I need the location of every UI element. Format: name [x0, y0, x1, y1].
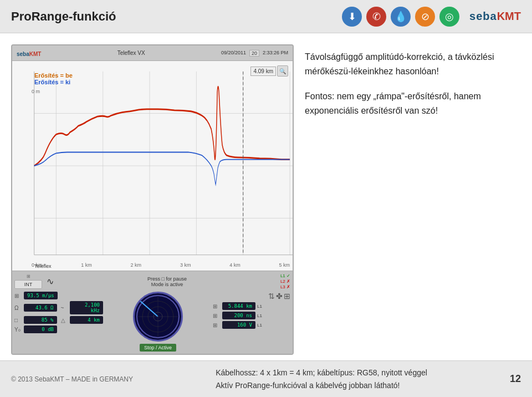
channel-label: INT	[14, 280, 42, 289]
device-time: 2:33:26 PM	[263, 50, 288, 57]
graph-labels: Erősítés = be Erősítés = ki	[34, 72, 73, 85]
x-label-5: 5 km	[279, 262, 290, 268]
left-values-panel: ⊞ 93.5 m/µs Ω 43.6 Ω ~ 2,100 kHz □ 85 % …	[14, 292, 103, 352]
right-v-value: 160 V	[222, 321, 255, 329]
device-date: 09/20/2011	[221, 50, 246, 57]
x-label-3: 3 km	[180, 262, 191, 268]
target-icon[interactable]: ◎	[439, 7, 459, 27]
right-values-panel: ⇅ ✤ ⊞ ⊞ 5.844 km L1 ⊞ 200 ns L1	[213, 292, 290, 352]
warning-icon[interactable]: ⊘	[415, 7, 435, 27]
phone-icon[interactable]: ✆	[366, 7, 386, 27]
right-l1-label-1: L1	[257, 304, 262, 309]
right-value-row-1: ⊞ 5.844 km L1	[213, 302, 290, 310]
l3-indicator: L3 ✗	[280, 284, 290, 289]
ohm-icon: Ω	[14, 305, 22, 311]
bottom-line2: Aktív ProRange-funkcióval a kábelvég job…	[216, 379, 427, 391]
wave-icon-section: ∿	[47, 276, 54, 287]
right-dist-value: 5.844 km	[222, 302, 255, 310]
l1-indicator: L1 ✓	[280, 273, 290, 278]
right-icon-dist: ⊞	[213, 303, 221, 309]
dist-icon: △	[61, 317, 69, 323]
radar-svg	[135, 293, 181, 340]
bottom-left: © 2013 SebaKMT – MADE in GERMANY	[11, 375, 133, 383]
device-controls: ⊞ INT ∿ Press □ for pause Mode is active…	[12, 271, 293, 354]
center-radar-panel: Stop / Active	[105, 292, 211, 352]
db-value: 0 dB	[24, 325, 57, 333]
x-axis: 0 km 1 km 2 km 3 km 4 km 5 km	[32, 262, 290, 268]
text-panel: Távolságfüggő amplitúdó-korrekció, a táv…	[305, 44, 521, 355]
value-row-db: Y₀ 0 dB	[14, 325, 103, 333]
logo-seba-text: seba	[469, 10, 497, 23]
graph-label-line1: Erősítés = be	[34, 72, 73, 79]
page-title: ProRange-funkció	[11, 9, 116, 24]
db-icon: Y₀	[14, 327, 22, 333]
copyright-text: © 2013 SebaKMT – MADE in GERMANY	[11, 375, 133, 383]
freq-icon: ~	[61, 305, 69, 311]
mode-info: Press □ for pause Mode is active	[56, 276, 278, 287]
right-value-row-2: ⊞ 200 ns L1	[213, 312, 290, 319]
graph-start-label: 0 m	[32, 89, 40, 94]
header-icons: ⬇ ✆ 💧 ⊘ ◎ seba KMT	[342, 7, 521, 27]
mode-active: Mode is active	[56, 282, 278, 287]
l2-indicator: L2 ✗	[280, 279, 290, 284]
right-icons-row: ⇅ ✤ ⊞	[213, 292, 290, 301]
value-row-percent: □ 85 % △ 4 km	[14, 316, 103, 324]
int-icon: ⊞	[27, 274, 30, 279]
radar-display	[133, 292, 183, 342]
right-icon-v: ⊞	[213, 322, 221, 328]
x-label-4: 4 km	[229, 262, 241, 268]
controls-row2: ⊞ 93.5 m/µs Ω 43.6 Ω ~ 2,100 kHz □ 85 % …	[14, 292, 290, 352]
search-icon[interactable]: 🔍	[277, 65, 288, 77]
ohm-value: 43.6 Ω	[24, 304, 57, 312]
right-ns-value: 200 ns	[222, 312, 255, 319]
controls-row1: ⊞ INT ∿ Press □ for pause Mode is active…	[14, 273, 290, 289]
device-logo-seba: seba	[17, 51, 29, 57]
logo-kmt-text: KMT	[497, 10, 521, 23]
device-topbar: sebaKMT Teleflex VX 09/20/2011 20 2:33:2…	[12, 45, 293, 61]
device-logo: sebaKMT	[17, 48, 41, 58]
bottom-line1: Kábelhossz: 4 x 1km = 4 km; kábeltípus: …	[216, 367, 427, 379]
right-l1-label-2: L1	[257, 313, 262, 318]
value-row-ohm: Ω 43.6 Ω ~ 2,100 kHz	[14, 301, 103, 314]
device-panel: sebaKMT Teleflex VX 09/20/2011 20 2:33:2…	[11, 44, 294, 355]
page-number: 12	[510, 373, 521, 385]
percent-value: 85 %	[24, 316, 57, 324]
seba-logo: seba KMT	[469, 10, 521, 23]
right-value-row-3: ⊞ 160 V L1	[213, 321, 290, 329]
stop-active-badge[interactable]: Stop / Active	[140, 344, 176, 352]
bottom-center: Kábelhossz: 4 x 1km = 4 km; kábeltípus: …	[216, 367, 427, 391]
device-model: Teleflex VX	[117, 50, 145, 56]
bottom-bar: © 2013 SebaKMT – MADE in GERMANY Kábelho…	[0, 360, 532, 397]
right-icon-3: ⊞	[284, 292, 290, 301]
main-content: sebaKMT Teleflex VX 09/20/2011 20 2:33:2…	[0, 33, 532, 360]
device-date-num: 20	[249, 50, 259, 57]
freq-value: 2,100 kHz	[70, 301, 103, 314]
right-l1-label-3: L1	[257, 323, 262, 328]
text-paragraph2: Fontos: nem egy „rámpa"-erősítésről, han…	[305, 89, 521, 118]
x-label-2: 2 km	[131, 262, 142, 268]
device-logo-kmt: KMT	[29, 51, 42, 57]
drop-icon[interactable]: 💧	[391, 7, 411, 27]
graph-label-line2: Erősítés = ki	[34, 79, 73, 85]
right-icon-1: ⇅	[268, 292, 275, 301]
teleflex-bottom-label: Teleflex	[34, 263, 52, 269]
dist-value: 4 km	[70, 316, 103, 324]
right-icon-2: ✤	[276, 292, 283, 301]
l-indicators: L1 ✓ L2 ✗ L3 ✗	[280, 273, 290, 289]
wave-icon: ∿	[47, 276, 54, 287]
x-label-1: 1 km	[81, 262, 92, 268]
int-section: ⊞ INT	[14, 274, 42, 289]
percent-icon: □	[14, 317, 22, 323]
value-row-speed: ⊞ 93.5 m/µs	[14, 292, 103, 299]
speed-icon: ⊞	[14, 293, 22, 299]
header: ProRange-funkció ⬇ ✆ 💧 ⊘ ◎ seba KMT	[0, 0, 532, 33]
device-graph: Erősítés = be Erősítés = ki 4.09 km 0 m …	[12, 61, 293, 271]
right-icon-ns: ⊞	[213, 313, 221, 319]
press-info: Press □ for pause	[56, 276, 278, 282]
text-paragraph1: Távolságfüggő amplitúdó-korrekció, a táv…	[305, 50, 521, 78]
device-datetime: 09/20/2011 20 2:33:26 PM	[221, 50, 288, 57]
speed-value: 93.5 m/µs	[24, 292, 58, 299]
download-icon[interactable]: ⬇	[342, 7, 362, 27]
waveform-svg	[12, 61, 293, 271]
graph-distance-label: 4.09 km	[250, 67, 276, 76]
